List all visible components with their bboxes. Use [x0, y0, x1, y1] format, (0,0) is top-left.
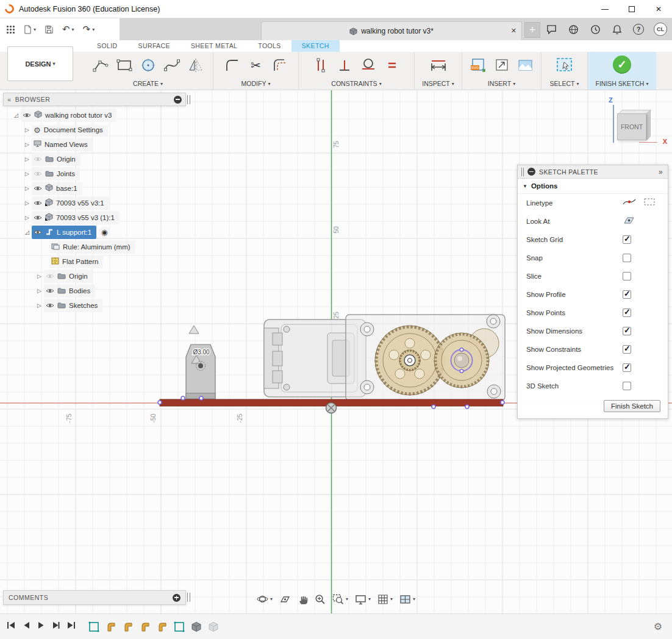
browser-item-flat-pattern[interactable]: Flat Pattern: [3, 254, 186, 269]
offset-tool-icon[interactable]: [270, 55, 290, 75]
close-tab-icon[interactable]: ✕: [511, 27, 517, 35]
select-tool-icon[interactable]: [555, 55, 574, 75]
expand-arrow-icon[interactable]: ▷: [35, 288, 44, 294]
insert-canvas-image-icon[interactable]: [516, 55, 535, 75]
browser-item-bodies[interactable]: ▷ Bodies: [3, 284, 186, 298]
browser-item-l-support[interactable]: ◿ L support:1 ◉: [3, 225, 186, 240]
job-status-clock-icon[interactable]: [589, 23, 601, 35]
spline-tool-icon[interactable]: [162, 55, 182, 75]
visibility-eye-icon[interactable]: [46, 300, 54, 311]
zoom-icon[interactable]: [315, 594, 326, 605]
origin-point[interactable]: [326, 403, 337, 413]
notifications-bell-icon[interactable]: [611, 23, 623, 35]
browser-item-70093-v55[interactable]: ▷ 70093 v55 v3:1: [3, 196, 186, 210]
slice-checkbox[interactable]: [623, 272, 631, 280]
redo-icon[interactable]: ↷: [83, 24, 95, 35]
viewcube-front-face[interactable]: FRONT: [617, 113, 646, 140]
document-tab[interactable]: walking robot tutor v3* ✕: [261, 21, 522, 40]
insert-svg-icon[interactable]: SVG: [468, 55, 488, 75]
look-at-icon[interactable]: [623, 215, 635, 227]
maximize-button[interactable]: [618, 0, 645, 18]
browser-item-document-settings[interactable]: ▷ ⚙ Document Settings: [3, 123, 186, 137]
comments-resize-grip[interactable]: [187, 593, 190, 602]
finish-sketch-check-icon[interactable]: ✓: [613, 55, 631, 74]
browser-item-70093-v55-copy[interactable]: ▷ 70093 v55 v3 (1):1: [3, 210, 186, 225]
expand-arrow-icon[interactable]: ◿: [23, 229, 32, 235]
app-grid-icon[interactable]: [6, 25, 15, 34]
browser-resize-grip[interactable]: [187, 95, 190, 104]
modify-dropdown[interactable]: MODIFY: [241, 80, 271, 87]
perpendicular-constraint-icon[interactable]: [335, 55, 354, 75]
timeline-body-feature[interactable]: [190, 620, 203, 634]
equal-constraint-icon[interactable]: [382, 55, 402, 75]
comments-bubble-icon[interactable]: [545, 23, 557, 35]
workspace-switcher[interactable]: DESIGN: [7, 46, 73, 81]
undo-icon[interactable]: ↶: [62, 24, 74, 35]
expand-arrow-icon[interactable]: ▷: [23, 171, 32, 177]
step-forward-button[interactable]: [51, 621, 60, 632]
visibility-eye-icon[interactable]: [23, 110, 31, 121]
expand-arrow-icon[interactable]: ◿: [12, 112, 21, 118]
browser-header[interactable]: « BROWSER: [3, 93, 186, 106]
timeline-flange-feature[interactable]: [104, 620, 118, 634]
visibility-eye-icon[interactable]: [34, 198, 42, 209]
user-avatar[interactable]: CL: [654, 23, 667, 36]
timeline-component-feature[interactable]: [207, 620, 220, 634]
tangent-constraint-icon[interactable]: [359, 55, 378, 75]
options-section-header[interactable]: ▼ Options: [518, 179, 668, 194]
save-icon[interactable]: [45, 25, 54, 34]
tab-surface[interactable]: SURFACE: [128, 40, 181, 52]
go-to-end-button[interactable]: [66, 621, 76, 632]
tab-sketch[interactable]: SKETCH: [291, 40, 340, 52]
look-at-nav-icon[interactable]: [279, 594, 291, 604]
insert-dropdown[interactable]: INSERT: [488, 80, 515, 87]
rectangle-tool-icon[interactable]: [115, 55, 134, 75]
timeline-flange-feature[interactable]: [138, 620, 152, 634]
expand-arrow-icon[interactable]: ▷: [35, 273, 44, 279]
browser-item-joints[interactable]: ▷ Joints: [3, 166, 186, 181]
timeline-sketch-feature[interactable]: [87, 620, 101, 634]
grid-settings-icon[interactable]: [377, 594, 393, 605]
circle-tool-icon[interactable]: [138, 55, 158, 75]
timeline-flange-feature[interactable]: [121, 620, 135, 634]
snap-checkbox[interactable]: [623, 254, 631, 262]
finish-sketch-button[interactable]: Finish Sketch: [604, 400, 660, 412]
browser-item-sketches[interactable]: ▷ Sketches: [3, 298, 186, 313]
trim-tool-icon[interactable]: ✂: [246, 55, 266, 75]
motor-gearbox-assembly[interactable]: [264, 315, 505, 401]
add-comment-icon[interactable]: [173, 594, 181, 602]
l-support-part[interactable]: Ø3.00: [186, 326, 215, 399]
zoom-window-icon[interactable]: [332, 594, 348, 605]
show-points-checkbox[interactable]: [623, 309, 631, 317]
visibility-eye-icon[interactable]: [34, 227, 42, 238]
palette-drag-grip[interactable]: [521, 168, 524, 176]
canvas-viewport[interactable]: 75 50 25 -75 -50 -25: [0, 90, 672, 613]
new-tab-button[interactable]: +: [524, 22, 540, 38]
expand-arrow-icon[interactable]: ▷: [23, 215, 32, 221]
go-to-start-button[interactable]: [6, 621, 16, 632]
step-back-button[interactable]: [22, 621, 31, 632]
display-settings-icon[interactable]: [355, 594, 371, 605]
collapse-browser-icon[interactable]: «: [7, 96, 12, 103]
viewcube-right-edge[interactable]: [646, 110, 651, 140]
spline-linetype-icon[interactable]: [623, 198, 636, 209]
comments-bar[interactable]: COMMENTS: [3, 590, 186, 605]
finish-sketch-dropdown[interactable]: FINISH SKETCH: [596, 80, 649, 87]
expand-arrow-icon[interactable]: ▷: [23, 127, 32, 133]
fillet-tool-icon[interactable]: [223, 55, 242, 75]
show-projected-geometries-checkbox[interactable]: [623, 363, 631, 372]
create-dropdown[interactable]: CREATE: [133, 80, 163, 87]
browser-item-origin[interactable]: ▷ Origin: [3, 152, 186, 166]
tab-solid[interactable]: SOLID: [87, 40, 128, 52]
sketch-grid-checkbox[interactable]: [623, 235, 631, 244]
browser-item-rule[interactable]: Rule: Aluminum (mm): [3, 240, 186, 254]
help-icon[interactable]: ?: [633, 24, 644, 35]
activate-component-radio[interactable]: ◉: [99, 227, 110, 238]
show-constraints-checkbox[interactable]: [623, 345, 631, 354]
extensions-globe-icon[interactable]: [567, 23, 579, 35]
visibility-eye-icon[interactable]: [34, 212, 42, 223]
expand-arrow-icon[interactable]: ▷: [23, 141, 32, 148]
visibility-eye-icon[interactable]: [34, 183, 42, 194]
expand-arrow-icon[interactable]: ▷: [23, 156, 32, 162]
visibility-eye-icon[interactable]: [46, 285, 54, 296]
